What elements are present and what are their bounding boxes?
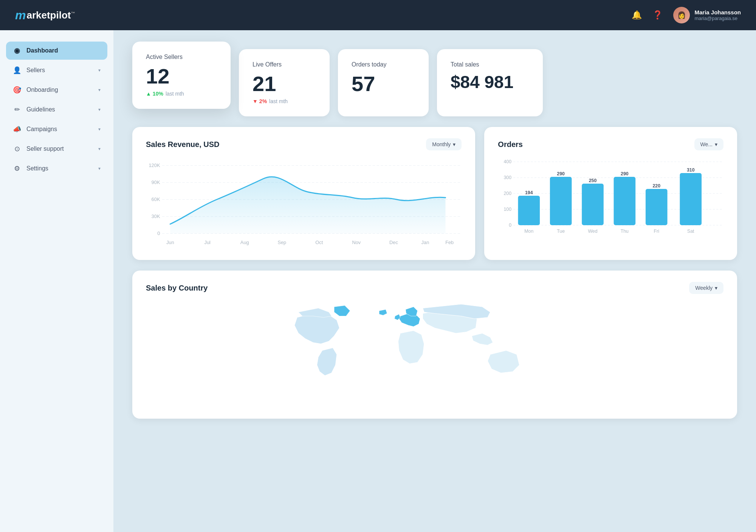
chevron-down-icon: ▾ [98, 166, 101, 171]
svg-text:Sep: Sep [277, 240, 286, 245]
campaigns-icon: 📣 [13, 125, 21, 133]
sidebar-label-campaigns: Campaigns [26, 126, 57, 133]
live-offers-label: Live Offers [253, 61, 316, 68]
live-offers-change: ▼ 2% last mth [253, 98, 316, 104]
chevron-down-icon: ▾ [715, 285, 717, 291]
svg-text:300: 300 [504, 175, 512, 180]
svg-text:Nov: Nov [352, 240, 361, 245]
svg-text:30K: 30K [152, 214, 161, 219]
revenue-chart-svg: 120K 90K 60K 30K 0 [146, 158, 462, 249]
svg-text:Feb: Feb [445, 240, 454, 245]
active-sellers-change: ▲ 10% last mth [146, 91, 217, 97]
svg-text:290: 290 [557, 171, 565, 176]
user-email: maria@paragaia.se [694, 15, 741, 21]
revenue-chart-area: 120K 90K 60K 30K 0 [146, 158, 462, 249]
live-offers-card: Live Offers 21 ▼ 2% last mth [239, 49, 330, 116]
sidebar-item-campaigns[interactable]: 📣 Campaigns ▾ [6, 120, 107, 138]
settings-icon: ⚙ [13, 164, 21, 173]
orders-chart-title: Orders [498, 140, 523, 149]
country-chart-title: Sales by Country [146, 284, 208, 292]
svg-rect-33 [550, 177, 572, 225]
charts-row: Sales Revenue, USD Monthly ▾ [132, 127, 737, 260]
world-map-svg [146, 302, 723, 407]
chevron-down-icon: ▾ [98, 87, 101, 93]
svg-text:Jun: Jun [166, 240, 174, 245]
chevron-down-icon: ▾ [98, 146, 101, 152]
svg-rect-39 [614, 177, 636, 225]
chevron-down-icon: ▾ [98, 68, 101, 73]
sidebar-item-onboarding[interactable]: 🎯 Onboarding ▾ [6, 81, 107, 99]
orders-chart-area: 400 300 200 100 0 194 Mon 290 Tue [498, 158, 723, 241]
chevron-down-icon: ▾ [453, 141, 455, 147]
sidebar-label-onboarding: Onboarding [26, 87, 58, 93]
sidebar-item-settings[interactable]: ⚙ Settings ▾ [6, 159, 107, 178]
svg-text:60K: 60K [152, 197, 161, 202]
svg-text:Thu: Thu [621, 229, 629, 234]
svg-text:100: 100 [504, 207, 512, 212]
sidebar-item-guidelines[interactable]: ✏ Guidelines ▾ [6, 101, 107, 119]
seller-support-icon: ⊙ [13, 145, 21, 153]
svg-text:194: 194 [525, 190, 533, 195]
dashboard-icon: ◉ [13, 46, 21, 55]
svg-text:220: 220 [653, 183, 661, 189]
svg-rect-36 [582, 184, 604, 225]
sidebar-label-settings: Settings [26, 165, 48, 172]
svg-text:0: 0 [509, 223, 511, 228]
orders-today-label: Orders today [352, 61, 415, 68]
svg-rect-30 [518, 196, 540, 225]
chevron-down-icon: ▾ [715, 141, 717, 147]
bell-icon[interactable]: 🔔 [632, 10, 642, 20]
user-info: 👩 Maria Johansson maria@paragaia.se [673, 7, 741, 23]
country-filter-button[interactable]: Weekly ▾ [689, 282, 723, 294]
main-layout: ◉ Dashboard 👤 Sellers ▾ 🎯 Onboarding ▾ ✏… [0, 30, 756, 532]
svg-text:Wed: Wed [588, 229, 598, 234]
svg-text:Fri: Fri [654, 229, 659, 234]
sidebar-item-dashboard[interactable]: ◉ Dashboard [6, 42, 107, 60]
header: m arketpilot™ 🔔 ❓ 👩 Maria Johansson mari… [0, 0, 756, 30]
active-sellers-label: Active Sellers [146, 54, 217, 60]
country-sales-card: Sales by Country Weekly ▾ [132, 271, 737, 419]
svg-text:0: 0 [157, 231, 160, 236]
orders-today-card: Orders today 57 [338, 49, 429, 116]
orders-filter-button[interactable]: We... ▾ [694, 138, 723, 150]
revenue-chart-header: Sales Revenue, USD Monthly ▾ [146, 138, 462, 150]
country-chart-header: Sales by Country Weekly ▾ [146, 282, 723, 294]
sidebar-label-seller-support: Seller support [26, 145, 64, 152]
svg-text:400: 400 [504, 159, 512, 164]
svg-rect-42 [646, 189, 668, 225]
svg-text:Dec: Dec [389, 240, 398, 245]
sidebar-item-seller-support[interactable]: ⊙ Seller support ▾ [6, 140, 107, 158]
user-details: Maria Johansson maria@paragaia.se [694, 9, 741, 21]
revenue-filter-button[interactable]: Monthly ▾ [426, 138, 462, 150]
chevron-down-icon: ▾ [98, 127, 101, 132]
revenue-chart-title: Sales Revenue, USD [146, 140, 220, 149]
svg-text:120K: 120K [149, 163, 160, 168]
sidebar-label-dashboard: Dashboard [26, 47, 58, 54]
svg-text:Sat: Sat [687, 229, 694, 234]
avatar: 👩 [673, 7, 690, 23]
down-arrow-icon: ▼ [253, 98, 258, 104]
live-offers-pct: 2% [259, 98, 267, 104]
logo-m-letter: m [15, 8, 26, 22]
stats-row: Active Sellers 12 ▲ 10% last mth Live Of… [132, 49, 737, 116]
up-arrow-icon: ▲ [146, 91, 151, 97]
svg-text:Jul: Jul [204, 240, 211, 245]
orders-today-value: 57 [352, 73, 415, 94]
world-map-area [146, 302, 723, 407]
svg-text:290: 290 [621, 171, 629, 176]
logo: m arketpilot™ [15, 8, 75, 22]
svg-text:Mon: Mon [525, 229, 534, 234]
sellers-icon: 👤 [13, 66, 21, 74]
orders-chart-header: Orders We... ▾ [498, 138, 723, 150]
country-filter-label: Weekly [695, 285, 713, 291]
svg-text:Aug: Aug [240, 240, 249, 245]
sidebar-item-sellers[interactable]: 👤 Sellers ▾ [6, 61, 107, 79]
help-icon[interactable]: ❓ [652, 10, 663, 20]
filter-monthly-label: Monthly [432, 141, 451, 147]
content-area: Active Sellers 12 ▲ 10% last mth Live Of… [113, 30, 756, 532]
filter-weekly-label: We... [700, 141, 713, 147]
live-offers-change-text: last mth [269, 98, 288, 104]
sidebar-label-guidelines: Guidelines [26, 106, 55, 113]
active-sellers-pct: 10% [153, 91, 163, 97]
user-name: Maria Johansson [694, 9, 741, 15]
